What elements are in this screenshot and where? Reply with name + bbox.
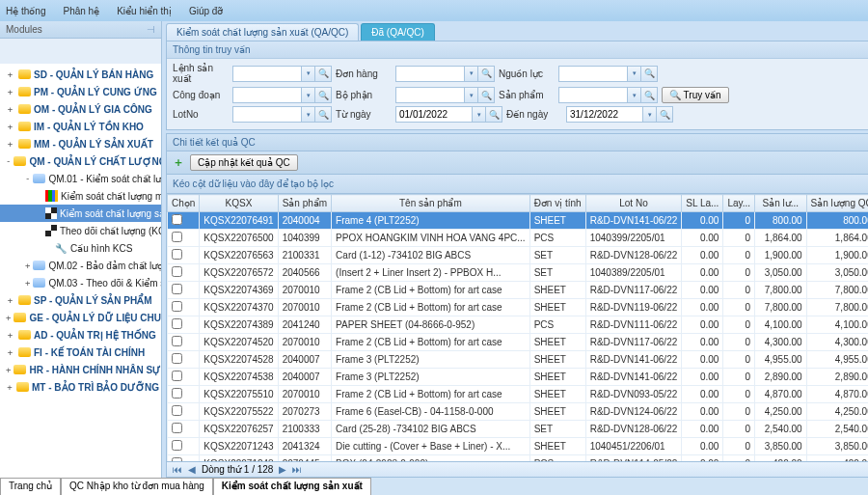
col-header[interactable]: SL La...	[682, 195, 723, 212]
pager-first-icon[interactable]: ⏮	[173, 464, 182, 475]
col-header[interactable]: Lay...	[723, 195, 755, 212]
nav-item[interactable]: +QM.03 - Theo dõi & Kiểm soát	[0, 274, 161, 291]
row-check[interactable]	[172, 423, 182, 433]
nav-item[interactable]: +HR - HÀNH CHÍNH NHÂN SỰ	[0, 361, 161, 378]
table-row[interactable]: KQSX220755102070010Frame 2 (CB Lid + Bot…	[168, 386, 869, 403]
group-hint[interactable]: Kéo cột dữ liệu vào đây để tạo bộ lọc	[166, 175, 868, 194]
row-check[interactable]	[172, 214, 182, 225]
dropdown-icon[interactable]: ▾	[465, 66, 478, 82]
nav-item[interactable]: +AD - QUẢN TRỊ HỆ THỐNG	[0, 326, 161, 344]
dropdown-icon[interactable]: ▾	[302, 66, 315, 82]
table-row[interactable]: KQSX220745382040007Frame 3 (PLT2252)SHEE…	[168, 369, 869, 386]
row-check[interactable]	[172, 232, 182, 242]
table-row[interactable]: KQSX220743892041240PAPER SHEET (04-8666-…	[168, 316, 869, 334]
lookup-icon[interactable]: 🔍	[641, 66, 658, 82]
col-header[interactable]: Đơn vị tính	[529, 195, 585, 212]
table-row[interactable]: KQSX220764912040004Frame 4 (PLT2252)SHEE…	[168, 212, 869, 230]
main-menu[interactable]: Hệ thống Phân hệ Kiểu hiển thị Giúp đỡ	[0, 0, 868, 21]
pager[interactable]: ⏮ ◀ Dòng thứ 1 / 128 ▶ ⏭ ◀	[166, 462, 868, 478]
table-row[interactable]: KQSX220762572100333Card (25-28) -734102 …	[168, 421, 869, 438]
pager-next-icon[interactable]: ▶	[279, 464, 286, 475]
menu-help[interactable]: Giúp đỡ	[189, 6, 223, 16]
dropdown-icon[interactable]: ▾	[643, 106, 657, 123]
lookup-icon[interactable]: 🔍	[478, 87, 495, 103]
filter-input[interactable]	[232, 106, 302, 123]
row-check[interactable]	[172, 249, 182, 260]
dropdown-icon[interactable]: ▾	[302, 106, 315, 123]
nav-tree[interactable]: +SD - QUẢN LÝ BÁN HÀNG+PM - QUẢN LÝ CUNG…	[0, 64, 161, 478]
bottom-tabs[interactable]: Trang chủQC Nhập kho từ đơn mua hàngKiểm…	[0, 478, 868, 495]
table-row[interactable]: KQSX220712482070445BOX (04-2923-0-900)PC…	[168, 455, 869, 463]
nav-item[interactable]: -QM.01 - Kiểm soát chất lượng	[0, 170, 161, 187]
filter-input[interactable]	[395, 106, 473, 123]
col-header[interactable]: KQSX	[200, 195, 278, 212]
col-header[interactable]: Sản lư...	[755, 195, 807, 212]
bottom-tab[interactable]: Kiểm soát chất lượng sản xuất	[213, 478, 371, 495]
tab[interactable]: Kiểm soát chất lượng sản xuất (QA/QC)	[166, 23, 359, 41]
table-row[interactable]: KQSX220765001040399PPOX HOANGKIM VINH HO…	[168, 230, 869, 247]
menu-system[interactable]: Hệ thống	[6, 6, 45, 16]
nav-item[interactable]: +SD - QUẢN LÝ BÁN HÀNG	[0, 66, 161, 83]
row-check[interactable]	[172, 301, 182, 312]
bottom-tab[interactable]: QC Nhập kho từ đơn mua hàng	[61, 478, 213, 495]
pager-last-icon[interactable]: ⏭	[292, 464, 302, 475]
col-header[interactable]: Tên sản phẩm	[332, 195, 530, 212]
filter-input[interactable]	[395, 87, 465, 103]
filter-input[interactable]	[232, 66, 302, 82]
table-row[interactable]: KQSX220712432041324Die cutting - (Cover …	[168, 438, 869, 455]
update-qc-button[interactable]: Cập nhật kết quả QC	[190, 154, 298, 171]
dropdown-icon[interactable]: ▾	[628, 66, 641, 82]
nav-item[interactable]: +QM.02 - Bảo đảm chất lượng	[0, 257, 161, 274]
col-header[interactable]: Chọn	[168, 195, 200, 212]
nav-item[interactable]: -QM - QUẢN LÝ CHẤT LƯỢNG	[0, 152, 161, 170]
nav-item[interactable]: +MT - BẢO TRÌ BẢO DƯỠNG	[0, 378, 161, 396]
bottom-tab[interactable]: Trang chủ	[0, 478, 61, 495]
table-row[interactable]: KQSX220743692070010Frame 2 (CB Lid + Bot…	[168, 282, 869, 299]
row-check[interactable]	[172, 266, 182, 277]
dropdown-icon[interactable]: ▾	[628, 87, 641, 103]
row-check[interactable]	[172, 388, 182, 399]
pager-prev-icon[interactable]: ◀	[188, 464, 196, 475]
lookup-icon[interactable]: 🔍	[486, 106, 502, 123]
data-grid[interactable]: ChọnKQSXSản phẩmTên sản phẩmĐơn vị tínhL…	[166, 194, 868, 462]
row-check[interactable]	[172, 353, 182, 364]
nav-item[interactable]: +FI - KẾ TOÁN TÀI CHÍNH	[0, 344, 161, 361]
col-header[interactable]: Sản lượng QC	[806, 195, 868, 212]
row-check[interactable]	[172, 318, 182, 329]
content-tabs[interactable]: Kiểm soát chất lượng sản xuất (QA/QC)Đã …	[162, 21, 868, 41]
table-row[interactable]: KQSX220765632100331Card (1-12) -734102 B…	[168, 247, 869, 264]
lookup-icon[interactable]: 🔍	[315, 87, 332, 103]
plus-icon[interactable]: ＋	[173, 154, 184, 171]
col-header[interactable]: Sản phẩm	[278, 195, 331, 212]
table-row[interactable]: KQSX220755222070273Frame 6 (Easel-CB) - …	[168, 403, 869, 421]
tab[interactable]: Đã (QA/QC)	[361, 23, 434, 41]
row-check[interactable]	[172, 336, 182, 346]
nav-item[interactable]: Theo dõi chất lượng (KCS)	[0, 222, 161, 239]
dropdown-icon[interactable]: ▾	[473, 106, 486, 123]
nav-item[interactable]: Kiểm soát chất lượng sản xuất	[0, 205, 161, 222]
col-header[interactable]: Lot No	[585, 195, 682, 212]
filter-input[interactable]	[566, 106, 643, 123]
row-check[interactable]	[172, 405, 182, 416]
nav-item[interactable]: 🔧Cấu hình KCS	[0, 239, 161, 257]
query-button[interactable]: 🔍 Truy vấn	[662, 87, 729, 103]
table-row[interactable]: KQSX220743702070010Frame 2 (CB Lid + Bot…	[168, 299, 869, 316]
lookup-icon[interactable]: 🔍	[315, 66, 332, 82]
filter-input[interactable]	[232, 87, 302, 103]
menu-view[interactable]: Kiểu hiển thị	[117, 6, 172, 16]
row-check[interactable]	[172, 284, 182, 294]
nav-item[interactable]: +PM - QUẢN LÝ CUNG ỨNG	[0, 83, 161, 100]
nav-item[interactable]: Kiểm soát chất lượng mua hàng	[0, 187, 161, 205]
table-row[interactable]: KQSX220745282040007Frame 3 (PLT2252)SHEE…	[168, 351, 869, 369]
menu-module[interactable]: Phân hệ	[63, 6, 99, 16]
table-row[interactable]: KQSX220745202070010Frame 2 (CB Lid + Bot…	[168, 334, 869, 351]
nav-item[interactable]: +IM - QUẢN LÝ TỒN KHO	[0, 118, 161, 135]
lookup-icon[interactable]: 🔍	[315, 106, 332, 123]
filter-input[interactable]	[395, 66, 465, 82]
filter-input[interactable]	[558, 87, 628, 103]
row-check[interactable]	[172, 440, 182, 451]
row-check[interactable]	[172, 371, 182, 381]
nav-item[interactable]: +OM - QUẢN LÝ GIA CÔNG	[0, 100, 161, 118]
lookup-icon[interactable]: 🔍	[478, 66, 495, 82]
filter-input[interactable]	[558, 66, 628, 82]
